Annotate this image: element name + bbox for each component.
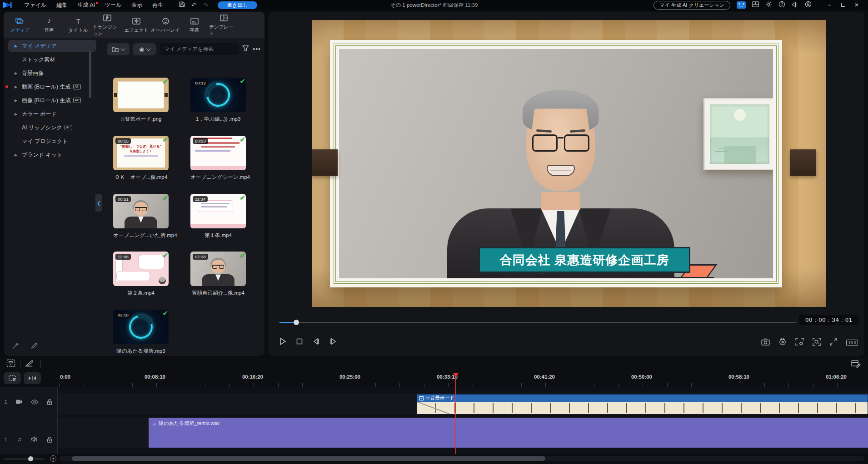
minimize-button[interactable]: − <box>823 2 836 8</box>
tab-template[interactable]: テンプレート <box>209 13 238 37</box>
sidebar-item-image-broll-generate[interactable]: ▶ 画像 (Bロール) 生成 AI⁺ <box>8 94 96 106</box>
sidebar-scrollbar[interactable] <box>89 51 91 98</box>
play-button[interactable] <box>278 337 287 348</box>
track-manager-icon[interactable] <box>6 359 15 369</box>
timeline-hscroll-track[interactable] <box>59 456 864 461</box>
stop-button[interactable] <box>295 337 304 348</box>
menu-view[interactable]: 表示 <box>126 1 147 9</box>
timeline-view-button[interactable] <box>4 372 21 384</box>
seek-track[interactable] <box>279 322 796 323</box>
undo-icon[interactable]: ↶ <box>188 2 200 9</box>
sidebar-label: 画像 (Bロール) 生成 <box>22 97 70 104</box>
playback-quality-icon[interactable] <box>778 338 787 348</box>
media-item[interactable]: 03:23 ✔ オープニングシーン.mp4 <box>190 136 246 182</box>
zoom-in-plus-icon[interactable]: + <box>50 455 56 462</box>
sidebar-item-background-images[interactable]: ▶ 背景画像 <box>8 67 96 79</box>
import-media-button[interactable] <box>107 43 130 55</box>
tab-effect[interactable]: エフェクト <box>122 16 151 34</box>
app-logo-icon <box>3 1 15 9</box>
track-visibility-eye-icon[interactable] <box>27 400 42 405</box>
media-item[interactable]: 00:12 ✔ 1．学ぶ編...)) .mp3 <box>190 78 246 124</box>
ruler-label: 01:06:20 <box>826 374 847 380</box>
track-lock-icon[interactable] <box>42 399 57 405</box>
toolbar-divider <box>172 2 172 8</box>
sidebar-item-brand-kit[interactable]: ▶ ブランド キット <box>8 149 96 161</box>
menu-edit[interactable]: 編集 <box>51 1 72 9</box>
media-item[interactable]: 11:34 ✔ 第１条.mp4 <box>190 194 246 240</box>
previous-frame-button[interactable] <box>312 337 321 348</box>
video-track-lane[interactable]: ✓ ☆背景ボード <box>58 393 868 415</box>
layout-panes-icon[interactable] <box>752 1 759 9</box>
video-preview[interactable]: 泉惠造 合同会社 泉惠造研修企画工房 代表社員 泉 惠造 <box>312 20 826 307</box>
aspect-ratio-button[interactable]: 16:9 <box>846 340 858 346</box>
sidebar-item-video-broll-generate[interactable]: ▶ 動画 (Bロール) 生成 AI⁺ <box>8 81 96 93</box>
track-mute-speaker-icon[interactable] <box>27 436 42 442</box>
track-lock-icon[interactable] <box>42 436 57 443</box>
media-search-input[interactable] <box>160 43 239 55</box>
checkmark-icon: ✔ <box>162 310 168 317</box>
menu-file[interactable]: ファイル <box>19 1 51 9</box>
fullscreen-icon[interactable] <box>829 338 838 348</box>
media-item[interactable]: 00:51 ✔ オープニング...いた所.mp4 <box>113 194 169 240</box>
more-options-icon[interactable]: ••• <box>253 45 261 53</box>
snapshot-camera-icon[interactable] <box>761 338 770 347</box>
media-item[interactable]: 12:08 ✔ 第２条.mp4 <box>113 252 169 298</box>
ruler-label: 00:16:20 <box>242 374 263 380</box>
ruler-label: 00:08:10 <box>145 374 165 380</box>
seek-handle[interactable] <box>294 320 299 325</box>
save-icon[interactable] <box>176 1 188 9</box>
timeline-clip-audio[interactable]: ♫ 陽のあたる場所_remix.wav <box>149 418 868 448</box>
close-button[interactable]: ✕ <box>850 2 863 8</box>
announcements-icon[interactable] <box>792 1 798 9</box>
tab-title[interactable]: T タイトル <box>64 16 93 34</box>
storyboard-edit-icon[interactable] <box>851 360 861 370</box>
audio-track-lane[interactable]: ♫ 陽のあたる場所_remix.wav <box>58 418 868 448</box>
media-item[interactable]: 02:18 ✔ 陽のあたる場所.mp3 <box>113 310 169 356</box>
help-icon[interactable] <box>778 1 785 9</box>
timeline-ruler[interactable]: 0:00 00:08:10 00:16:20 00:25:00 00:33:10… <box>59 371 868 387</box>
timeline-zoom-handle[interactable] <box>28 456 33 461</box>
sidebar-item-ai-lipsync[interactable]: AI リップシンク AI⁺ <box>8 122 96 133</box>
my-ai-creations-button[interactable]: マイ 生成 AI クリエーション <box>653 1 730 10</box>
toolbar-divider <box>40 360 41 368</box>
snap-align-button[interactable] <box>24 372 41 384</box>
timeline-clip-background-board[interactable]: ✓ ☆背景ボード <box>417 394 868 414</box>
media-item[interactable]: 00:15 ✔ “把握し、つなぎ、見守る”を推進しよう！ ＯＫ オープ...像.… <box>113 136 169 182</box>
menu-playback[interactable]: 再生 <box>147 1 168 9</box>
ai-badge-icon: AI⁺ <box>73 84 81 89</box>
timecode-display[interactable]: 00 : 00 : 34 : 01 <box>799 315 859 325</box>
sidebar-item-color-board[interactable]: ▶ カラー ボード <box>8 108 96 120</box>
template-room-icon <box>220 13 228 22</box>
tab-audio[interactable]: ♪ 音声 <box>35 16 64 34</box>
record-button[interactable]: ◉ <box>133 43 156 55</box>
menu-tools[interactable]: ツール <box>100 1 127 9</box>
export-button[interactable]: 書き出し <box>218 1 257 9</box>
timeline-zoom-slider[interactable] <box>4 459 44 459</box>
account-icon[interactable] <box>805 1 812 9</box>
media-item[interactable]: 02:38 ✔ 冒頭自己紹介...像.mp4 <box>190 252 246 298</box>
media-item[interactable]: ✔ ☆背景ボード.png <box>113 78 169 124</box>
ai-assistant-icon[interactable] <box>737 1 746 9</box>
tab-subtitle[interactable]: 字幕 <box>180 16 209 34</box>
wand-icon[interactable] <box>12 342 20 351</box>
menu-generative-ai[interactable]: 生成 AI <box>72 1 100 9</box>
razor-tool-icon[interactable] <box>25 360 36 369</box>
sidebar-item-my-projects[interactable]: マイ プロジェクト <box>8 135 96 147</box>
collapse-panel-button[interactable]: ❮ <box>95 194 102 212</box>
preview-settings-icon[interactable] <box>795 338 804 347</box>
pen-icon[interactable] <box>30 342 38 351</box>
maximize-button[interactable] <box>836 2 850 8</box>
tab-transition[interactable]: トランジション <box>93 13 122 37</box>
zoom-magnifier-icon[interactable] <box>813 338 821 348</box>
timeline-hscroll-thumb[interactable] <box>72 456 545 461</box>
sidebar-item-stock[interactable]: ストック素材 <box>8 54 96 65</box>
duration-badge: 02:38 <box>193 254 208 260</box>
tab-media[interactable]: ♪ メディア <box>5 16 35 34</box>
next-frame-button[interactable] <box>329 337 338 348</box>
redo-icon[interactable]: ↷ <box>200 2 211 9</box>
sidebar-item-my-media[interactable]: ▶ マイ メディア <box>8 40 96 52</box>
fade-in-line <box>417 402 450 414</box>
settings-gear-icon[interactable] <box>765 1 772 9</box>
filter-icon[interactable] <box>242 45 249 53</box>
tab-overlay[interactable]: オーバーレイ <box>151 16 180 34</box>
